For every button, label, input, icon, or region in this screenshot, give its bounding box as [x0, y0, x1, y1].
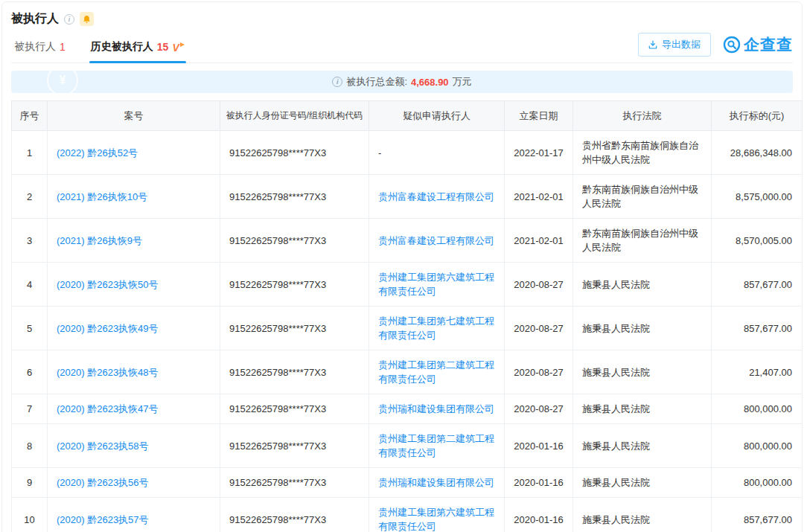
case-number-link[interactable]: (2020) 黔2623执恢47号 — [57, 403, 159, 414]
cell-case-number: (2020) 黔2623执58号 — [48, 424, 220, 468]
yen-watermark-icon: ¥ — [47, 71, 78, 93]
court-name-text: 施秉县人民法院 — [582, 403, 650, 414]
execution-amount-text: 800,000.00 — [744, 477, 792, 488]
id-code-text: 91522625798****77X3 — [229, 477, 326, 488]
table-row: 2(2021) 黔26执恢10号91522625798****77X3贵州富春建… — [12, 175, 803, 219]
amount-unit: 万元 — [453, 75, 472, 89]
case-number-link[interactable]: (2022) 黔26执52号 — [57, 147, 138, 158]
cell-serial-number: 7 — [12, 394, 48, 424]
tab-count: 15 — [157, 41, 169, 53]
id-code-text: 91522625798****77X3 — [229, 191, 326, 202]
export-data-button[interactable]: 导出数据 — [638, 33, 711, 57]
cell-court-name: 施秉县人民法院 — [573, 350, 712, 394]
applicant-link[interactable]: 贵州瑞和建设集团有限公司 — [378, 403, 494, 414]
cell-filing-date: 2020-01-16 — [505, 468, 573, 498]
table-row: 6(2020) 黔2623执恢48号91522625798****77X3贵州建… — [12, 350, 803, 394]
column-header-court-name: 执行法院 — [573, 101, 712, 131]
cell-id-code: 91522625798****77X3 — [220, 468, 369, 498]
case-number-link[interactable]: (2020) 黔2623执56号 — [57, 477, 149, 488]
table-header-row: 序号案号被执行人身份证号码/组织机构代码疑似申请执行人立案日期执行法院执行标的(… — [12, 101, 803, 131]
cell-filing-date: 2020-08-27 — [505, 263, 573, 307]
cell-applicant: 贵州建工集团第六建筑工程有限责任公司 — [369, 498, 505, 532]
cell-serial-number: 2 — [12, 175, 48, 219]
applicant-link[interactable]: 贵州建工集团第六建筑工程有限责任公司 — [378, 507, 494, 532]
table-body: 1(2022) 黔26执52号91522625798****77X3-2022-… — [12, 131, 803, 532]
cell-case-number: (2020) 黔2623执恢47号 — [48, 394, 220, 424]
cell-execution-amount: 8,575,000.00 — [712, 175, 803, 219]
download-icon — [648, 40, 657, 49]
cell-applicant: 贵州瑞和建设集团有限公司 — [369, 394, 505, 424]
case-number-link[interactable]: (2020) 黔2623执57号 — [57, 514, 149, 525]
applicant-link[interactable]: 贵州建工集团第六建筑工程有限责任公司 — [378, 272, 494, 297]
table-row: 5(2020) 黔2623执恢49号91522625798****77X3贵州建… — [12, 307, 803, 350]
applicant-link[interactable]: 贵州建工集团第七建筑工程有限责任公司 — [378, 315, 494, 341]
cell-case-number: (2020) 黔2623执56号 — [48, 468, 220, 498]
case-number-link[interactable]: (2021) 黔26执恢10号 — [57, 191, 147, 202]
page-header: 被执行人 — [11, 8, 793, 33]
court-name-text: 施秉县人民法院 — [582, 323, 650, 334]
court-name-text: 施秉县人民法院 — [582, 477, 650, 488]
court-name-text: 黔东南苗族侗族自治州中级人民法院 — [582, 184, 698, 209]
applicant-link[interactable]: 贵州建工集团第二建筑工程有限责任公司 — [378, 433, 494, 458]
bell-icon — [83, 15, 91, 24]
case-number-link[interactable]: (2021) 黔26执恢9号 — [57, 235, 142, 246]
filing-date-text: 2021-02-01 — [514, 235, 564, 246]
cell-execution-amount: 28,686,348.00 — [712, 131, 803, 175]
applicant-link[interactable]: 贵州瑞和建设集团有限公司 — [378, 477, 494, 488]
cell-case-number: (2022) 黔26执52号 — [48, 131, 220, 175]
court-name-text: 贵州省黔东南苗族侗族自治州中级人民法院 — [582, 140, 698, 165]
tab-count: 1 — [60, 41, 66, 53]
cell-applicant: 贵州建工集团第六建筑工程有限责任公司 — [369, 263, 505, 307]
case-number-link[interactable]: (2020) 黔2623执恢50号 — [57, 279, 159, 290]
cell-filing-date: 2020-08-27 — [505, 394, 573, 424]
title-info-icon[interactable] — [64, 14, 74, 25]
cell-execution-amount: 800,000.00 — [712, 394, 803, 424]
filing-date-text: 2020-01-16 — [514, 440, 564, 452]
table-row: 7(2020) 黔2623执恢47号91522625798****77X3贵州瑞… — [12, 394, 803, 424]
cell-case-number: (2020) 黔2623执57号 — [48, 498, 220, 532]
tab-executed-person[interactable]: 被执行人 1 — [13, 36, 67, 63]
filing-date-text: 2022-01-17 — [514, 147, 564, 158]
case-number-link[interactable]: (2020) 黔2623执恢49号 — [57, 323, 159, 334]
cell-court-name: 施秉县人民法院 — [573, 307, 712, 350]
cell-id-code: 91522625798****77X3 — [220, 219, 369, 263]
serial-number-text: 2 — [27, 191, 32, 202]
execution-amount-text: 21,407.00 — [749, 367, 792, 378]
cell-case-number: (2020) 黔2623执恢49号 — [48, 307, 220, 350]
column-header-applicant: 疑似申请执行人 — [369, 101, 505, 131]
execution-amount-text: 857,677.00 — [744, 279, 792, 290]
applicant-link[interactable]: 贵州建工集团第二建筑工程有限责任公司 — [378, 359, 494, 385]
cell-execution-amount: 857,677.00 — [712, 263, 803, 307]
court-name-text: 施秉县人民法院 — [582, 367, 650, 378]
id-code-text: 91522625798****77X3 — [229, 235, 326, 246]
court-name-text: 施秉县人民法院 — [582, 279, 650, 290]
applicant-link[interactable]: 贵州富春建设工程有限公司 — [378, 235, 494, 246]
monitor-bell-icon[interactable] — [80, 12, 94, 26]
tab-label: 被执行人 — [14, 40, 56, 54]
table-row: 3(2021) 黔26执恢9号91522625798****77X3贵州富春建设… — [12, 219, 803, 263]
serial-number-text: 3 — [27, 235, 32, 246]
cell-applicant: 贵州瑞和建设集团有限公司 — [369, 468, 505, 498]
cell-court-name: 施秉县人民法院 — [573, 468, 712, 498]
applicant-link[interactable]: 贵州富春建设工程有限公司 — [378, 191, 494, 202]
cell-serial-number: 10 — [12, 498, 48, 532]
tab-history-executed-person[interactable]: 历史被执行人 15 — [89, 36, 187, 63]
cell-serial-number: 1 — [12, 131, 48, 175]
court-name-text: 黔东南苗族侗族自治州中级人民法院 — [582, 228, 698, 253]
banner-info-icon[interactable] — [332, 77, 342, 87]
cell-execution-amount: 21,407.00 — [712, 350, 803, 394]
table-row: 8(2020) 黔2623执58号91522625798****77X3贵州建工… — [12, 424, 803, 468]
export-label: 导出数据 — [662, 38, 701, 51]
case-number-link[interactable]: (2020) 黔2623执恢48号 — [57, 367, 159, 378]
execution-amount-text: 8,575,000.00 — [736, 191, 792, 202]
cell-case-number: (2020) 黔2623执恢50号 — [48, 263, 220, 307]
cell-case-number: (2021) 黔26执恢9号 — [48, 219, 220, 263]
case-number-link[interactable]: (2020) 黔2623执58号 — [57, 440, 149, 452]
cell-serial-number: 3 — [12, 219, 48, 263]
id-code-text: 91522625798****77X3 — [229, 367, 326, 378]
serial-number-text: 4 — [27, 279, 32, 290]
cell-id-code: 91522625798****77X3 — [220, 394, 369, 424]
cell-id-code: 91522625798****77X3 — [220, 131, 369, 175]
banner-label: 被执行总金额: — [346, 75, 407, 89]
execution-amount-text: 28,686,348.00 — [730, 147, 792, 158]
